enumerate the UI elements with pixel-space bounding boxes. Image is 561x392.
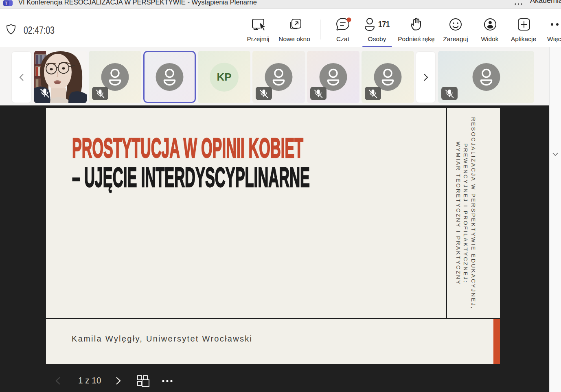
svg-text:T: T bbox=[5, 1, 8, 6]
svg-text:– UJĘCIE INTERDYSCYPLINARNE: – UJĘCIE INTERDYSCYPLINARNE bbox=[72, 162, 310, 193]
svg-text:PROSTYTUCJA W OPINII KOBIET: PROSTYTUCJA W OPINII KOBIET bbox=[72, 132, 303, 163]
